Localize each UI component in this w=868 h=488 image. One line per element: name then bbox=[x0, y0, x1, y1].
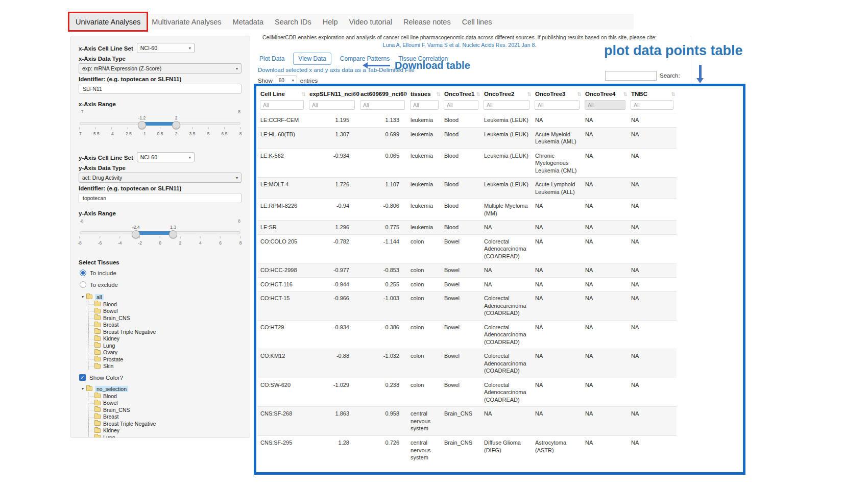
column-header[interactable]: OncoTree4 ⇅ bbox=[583, 87, 629, 100]
y-data-type-select[interactable]: act: Drug Activity ▾ bbox=[79, 173, 242, 183]
tissue-filter-radio[interactable]: To include bbox=[80, 269, 242, 277]
view-tab[interactable]: Plot Data bbox=[259, 55, 284, 62]
y-cell-line-set-select[interactable]: NCI-60 ▾ bbox=[137, 152, 195, 162]
radio-icon[interactable] bbox=[80, 281, 86, 288]
radio-icon[interactable] bbox=[80, 270, 86, 276]
sort-icon[interactable]: ⇅ bbox=[476, 91, 480, 97]
table-row[interactable]: LE:SR 1.296 0.775 leukemia Blood NA NA N… bbox=[258, 221, 677, 235]
nav-item[interactable]: Search IDs bbox=[269, 14, 317, 30]
nav-item[interactable]: Help bbox=[317, 14, 344, 30]
tree-item[interactable]: Kidney bbox=[89, 335, 242, 343]
column-header[interactable]: OncoTree2 ⇅ bbox=[481, 87, 533, 100]
tree-item[interactable]: Lung bbox=[89, 342, 242, 349]
table-row[interactable]: CO:KM12 -0.88 -1.032 colon Bowel Colorec… bbox=[258, 349, 677, 378]
column-filter-input[interactable] bbox=[260, 100, 304, 110]
table-row[interactable]: CNS:SF-268 1.863 0.958 central nervous s… bbox=[258, 407, 677, 436]
tree-item[interactable]: Bowel bbox=[89, 400, 242, 407]
exp-value: 1.726 bbox=[307, 178, 358, 199]
y-identifier-input[interactable]: topotecan bbox=[79, 193, 242, 203]
column-filter-input[interactable] bbox=[585, 100, 625, 110]
oncotree4: NA bbox=[583, 378, 629, 407]
column-filter-input[interactable] bbox=[360, 100, 405, 110]
tree-item[interactable]: Breast bbox=[89, 322, 242, 329]
table-row[interactable]: LE:CCRF-CEM 1.195 1.133 leukemia Blood L… bbox=[258, 113, 677, 128]
oncotree2: Colorectal Adenocarcinoma (COADREAD) bbox=[481, 349, 533, 378]
sort-icon[interactable]: ⇅ bbox=[623, 91, 628, 97]
show-color-checkbox-row[interactable]: ✓ Show Color? bbox=[79, 374, 242, 381]
tree-toggle-icon[interactable]: ▾ bbox=[82, 386, 84, 391]
x-identifier-input[interactable]: SLFN11 bbox=[79, 84, 242, 94]
table-row[interactable]: CO:HCT-15 -0.966 -1.003 colon Bowel Colo… bbox=[258, 291, 677, 321]
tree-item[interactable]: Skin bbox=[89, 363, 242, 370]
x-cell-line-set-select[interactable]: NCI-60 ▾ bbox=[137, 43, 195, 53]
tree-item[interactable]: Ovary bbox=[89, 349, 242, 356]
column-header[interactable]: TNBC ⇅ bbox=[629, 87, 677, 100]
x-data-type-select[interactable]: exp: mRNA Expression (Z-Score) ▾ bbox=[79, 63, 242, 74]
tissue-filter-radio[interactable]: To exclude bbox=[80, 280, 242, 289]
column-filter-input[interactable] bbox=[309, 100, 355, 110]
column-header[interactable]: expSLFN11_nci60 ⇅ bbox=[307, 87, 358, 100]
tree-toggle-icon[interactable]: ▾ bbox=[82, 295, 84, 299]
table-row[interactable]: LE:HL-60(TB) 1.307 0.699 leukemia Blood … bbox=[258, 127, 677, 149]
nav-item[interactable]: Video tutorial bbox=[344, 14, 398, 30]
column-filter-input[interactable] bbox=[484, 100, 529, 110]
nav-item[interactable]: Metadata bbox=[227, 14, 269, 30]
citation-reference-link[interactable]: Luna A, Elloumi F, Varma S et al. Nuclei… bbox=[255, 42, 664, 48]
tree-root-label[interactable]: no_selection bbox=[95, 386, 128, 392]
column-header[interactable]: tissues ⇅ bbox=[408, 87, 442, 100]
column-header[interactable]: OncoTree1 ⇅ bbox=[442, 87, 481, 100]
nav-item[interactable]: Univariate Analyses bbox=[70, 14, 146, 30]
column-filter-input[interactable] bbox=[535, 100, 580, 110]
column-filter-input[interactable] bbox=[410, 100, 439, 110]
tree-item[interactable]: Blood bbox=[89, 301, 242, 308]
nav-item[interactable]: Cell lines bbox=[456, 14, 498, 30]
tree-root-label[interactable]: all bbox=[95, 294, 104, 300]
table-row[interactable]: CO:SW-620 -1.029 0.238 colon Bowel Color… bbox=[258, 378, 677, 407]
tree-item[interactable]: Lung bbox=[89, 434, 242, 438]
tree-item[interactable]: Brain_CNS bbox=[89, 406, 242, 413]
tree-item[interactable]: Bowel bbox=[89, 308, 242, 315]
sort-icon[interactable]: ⇅ bbox=[403, 91, 407, 97]
column-header-label: tissues bbox=[411, 91, 431, 97]
tissue: leukemia bbox=[408, 149, 442, 178]
tnbc: NA bbox=[629, 349, 677, 378]
tree-item[interactable]: Blood bbox=[89, 393, 242, 400]
tree-item[interactable]: Breast Triple Negative bbox=[89, 328, 242, 335]
view-tab[interactable]: View Data bbox=[293, 53, 331, 65]
table-row[interactable]: CO:HCC-2998 -0.977 -0.853 colon Bowel NA… bbox=[258, 263, 677, 278]
table-row[interactable]: CNS:SF-295 1.28 0.726 central nervous sy… bbox=[258, 435, 677, 464]
table-row[interactable]: LE:MOLT-4 1.726 1.107 leukemia Blood Leu… bbox=[258, 178, 677, 199]
checkbox-check-icon[interactable]: ✓ bbox=[79, 374, 86, 381]
tree-item[interactable]: Brain_CNS bbox=[89, 314, 242, 322]
slider-selected-range[interactable] bbox=[136, 231, 173, 235]
sort-icon[interactable]: ⇅ bbox=[437, 91, 441, 97]
column-header[interactable]: OncoTree3 ⇅ bbox=[533, 87, 583, 100]
sort-icon[interactable]: ⇅ bbox=[527, 91, 532, 97]
tnbc: NA bbox=[629, 178, 677, 199]
sort-icon[interactable]: ⇅ bbox=[302, 91, 306, 97]
sort-icon[interactable]: ⇅ bbox=[353, 91, 357, 97]
column-filter-input[interactable] bbox=[444, 100, 478, 110]
column-filter-input[interactable] bbox=[631, 100, 673, 110]
tree-item[interactable]: Breast Triple Negative bbox=[89, 420, 242, 427]
sort-icon[interactable]: ⇅ bbox=[577, 91, 582, 97]
nav-item[interactable]: Multivariate Analyses bbox=[146, 14, 227, 30]
table-row[interactable]: LE:RPMI-8226 -0.94 -0.806 leukemia Blood… bbox=[258, 199, 677, 221]
tree-item[interactable]: Kidney bbox=[89, 427, 242, 434]
tree-item[interactable]: Breast bbox=[89, 413, 242, 421]
search-input[interactable] bbox=[605, 71, 657, 81]
table-row[interactable]: LE:K-562 -0.934 0.065 leukemia Blood Leu… bbox=[258, 149, 677, 178]
table-row[interactable]: CO:HCT-116 -0.944 0.255 colon Bowel NA N… bbox=[258, 277, 677, 291]
tree-item[interactable]: Prostate bbox=[89, 356, 242, 363]
tick-mark bbox=[144, 127, 144, 129]
sort-icon[interactable]: ⇅ bbox=[671, 91, 676, 97]
column-header[interactable]: act609699_nci60 ⇅ bbox=[358, 87, 408, 100]
nav-item[interactable]: Release notes bbox=[398, 14, 456, 30]
table-row[interactable]: CO:COLO 205 -0.782 -1.144 colon Bowel Co… bbox=[258, 234, 677, 263]
table-row[interactable]: CO:HT29 -0.934 -0.386 colon Bowel Colore… bbox=[258, 320, 677, 349]
column-header[interactable]: Cell Line ⇅ bbox=[258, 87, 307, 100]
chevron-down-icon: ▾ bbox=[189, 46, 191, 51]
column-header-label: OncoTree2 bbox=[484, 91, 514, 97]
slider-selected-range[interactable] bbox=[142, 122, 176, 126]
tick-label: 0 bbox=[159, 240, 161, 246]
